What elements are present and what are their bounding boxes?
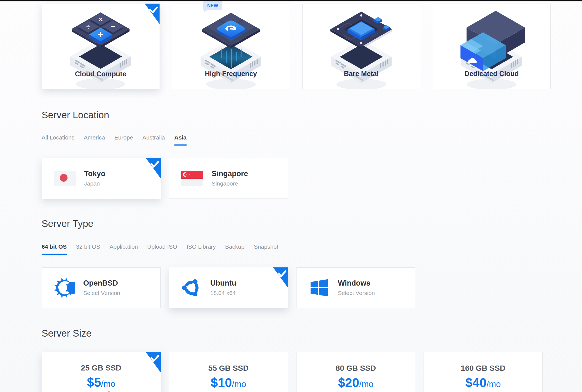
- location-card-tokyo[interactable]: Tokyo Japan: [42, 158, 161, 199]
- size-card-55gb[interactable]: 55 GB SSD $10/mo $0.015/h: [169, 352, 288, 392]
- product-card-cloud-compute[interactable]: × ÷ − + Cloud Compute: [42, 4, 160, 89]
- size-hourly: $0.007/h: [42, 391, 161, 392]
- price-period: /mo: [487, 379, 501, 389]
- os-name: Windows: [338, 279, 375, 288]
- openbsd-icon: [54, 277, 75, 298]
- os-version: Select Version: [83, 290, 120, 296]
- os-version: Select Version: [338, 290, 375, 296]
- server-size-heading: Server Size: [42, 328, 91, 338]
- os-version: 18.04 x64: [210, 290, 236, 296]
- tab-iso-library[interactable]: ISO Library: [187, 243, 216, 255]
- svg-text:×: ×: [98, 15, 103, 23]
- os-name: Ubuntu: [210, 279, 236, 288]
- size-card-25gb[interactable]: 25 GB SSD $5/mo $0.007/h: [42, 352, 161, 392]
- price-period: /mo: [232, 379, 246, 389]
- size-price: $10/mo: [169, 376, 288, 389]
- product-label: High Frequency: [172, 70, 290, 78]
- svg-text:−: −: [111, 22, 115, 31]
- svg-text:+: +: [98, 29, 103, 40]
- location-country: Japan: [84, 180, 106, 187]
- size-storage: 80 GB SSD: [297, 364, 415, 372]
- price-period: /mo: [359, 379, 374, 389]
- selected-check-icon: [146, 158, 161, 178]
- product-label: Dedicated Cloud: [433, 70, 550, 78]
- size-card-160gb[interactable]: 160 GB SSD $40/mo $0.060/h: [424, 352, 543, 392]
- japan-flag: [54, 171, 76, 186]
- size-storage: 55 GB SSD: [169, 364, 288, 372]
- windows-icon: [309, 277, 330, 298]
- product-label: Cloud Compute: [42, 70, 160, 78]
- tab-snapshot[interactable]: Snapshot: [254, 243, 278, 255]
- tab-backup[interactable]: Backup: [225, 243, 244, 255]
- selected-check-icon: [273, 267, 288, 288]
- location-city: Singapore: [212, 170, 248, 178]
- tab-europe[interactable]: Europe: [114, 134, 133, 146]
- product-card-bare-metal[interactable]: Bare Metal: [302, 4, 420, 89]
- price-amount: $20: [338, 375, 359, 390]
- product-card-dedicated-cloud[interactable]: Dedicated Cloud: [433, 4, 551, 89]
- tab-all-locations[interactable]: All Locations: [42, 134, 74, 146]
- ubuntu-icon: [181, 277, 202, 298]
- tab-32-bit-os[interactable]: 32 bit OS: [76, 243, 100, 255]
- tab-upload-iso[interactable]: Upload ISO: [147, 243, 177, 255]
- tab-64-bit-os[interactable]: 64 bit OS: [42, 243, 67, 255]
- product-card-high-frequency[interactable]: NEW High F: [172, 4, 290, 89]
- location-cards: Tokyo Japan Singapore Singapore: [42, 158, 288, 199]
- size-cards: 25 GB SSD $5/mo $0.007/h 55 GB SSD $10/m…: [42, 352, 543, 392]
- size-price: $20/mo: [297, 376, 415, 389]
- os-name: OpenBSD: [83, 279, 120, 288]
- os-card-windows[interactable]: Windows Select Version: [296, 267, 415, 308]
- size-price: $40/mo: [424, 376, 542, 389]
- os-card-ubuntu[interactable]: Ubuntu 18.04 x64: [169, 267, 288, 308]
- product-label: Bare Metal: [303, 70, 420, 78]
- server-location-heading: Server Location: [42, 110, 109, 120]
- server-type-heading: Server Type: [42, 219, 93, 228]
- price-amount: $5: [87, 375, 101, 390]
- singapore-flag: [181, 171, 203, 186]
- price-period: /mo: [101, 379, 115, 389]
- location-card-singapore[interactable]: Singapore Singapore: [169, 158, 288, 199]
- os-card-openbsd[interactable]: OpenBSD Select Version: [42, 267, 161, 308]
- new-badge: NEW: [203, 1, 222, 10]
- type-tabs: 64 bit OS 32 bit OS Application Upload I…: [42, 243, 278, 255]
- size-card-80gb[interactable]: 80 GB SSD $20/mo $0.030/h: [296, 352, 415, 392]
- tab-america[interactable]: America: [84, 134, 105, 146]
- location-city: Tokyo: [84, 170, 106, 178]
- os-cards: OpenBSD Select Version Ubuntu 18.04 x64: [42, 267, 415, 308]
- location-tabs: All Locations America Europe Australia A…: [42, 134, 187, 146]
- tab-application[interactable]: Application: [110, 243, 138, 255]
- svg-text:÷: ÷: [86, 23, 90, 31]
- product-row: × ÷ − + Cloud Compute NEW: [42, 4, 551, 89]
- price-amount: $10: [211, 375, 232, 390]
- tab-australia[interactable]: Australia: [142, 134, 165, 146]
- size-storage: 25 GB SSD: [42, 364, 161, 372]
- selected-check-icon: [145, 4, 160, 24]
- top-black-bar: [0, 0, 582, 1]
- price-amount: $40: [465, 375, 487, 390]
- size-price: $5/mo: [42, 376, 161, 389]
- size-storage: 160 GB SSD: [424, 364, 542, 372]
- location-country: Singapore: [212, 180, 248, 187]
- tab-asia[interactable]: Asia: [174, 134, 187, 146]
